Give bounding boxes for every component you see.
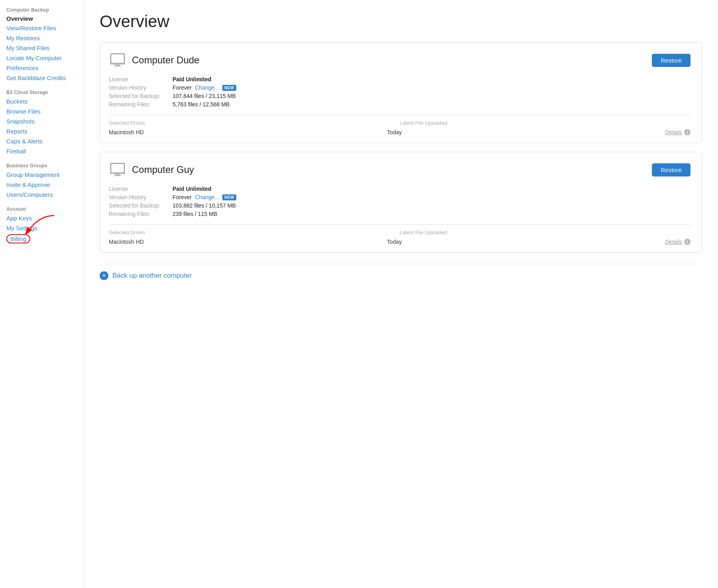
license-label-guy: License [109, 186, 173, 192]
remaining-value-guy: 239 files / 115 MB [173, 211, 691, 217]
svg-rect-4 [114, 66, 122, 67]
sidebar-item-reports[interactable]: Reports [6, 127, 77, 135]
computer-icon-guy [109, 161, 126, 178]
drives-header-guy: Selected Drives Latest File Uploaded [109, 229, 691, 235]
license-label-dude: License [109, 76, 173, 82]
drive-name-dude: Macintosh HD [109, 129, 387, 135]
details-link-guy[interactable]: Details [665, 239, 682, 245]
drive-uploaded-dude: Today [387, 129, 665, 135]
remaining-label-dude: Remaining Files: [109, 101, 173, 108]
card-title-guy: Computer Guy [132, 164, 194, 175]
card-details-guy: License Paid Unlimited Version History F… [109, 186, 691, 217]
drives-row-guy: Macintosh HD Today Details i [109, 239, 691, 245]
backup-label-guy: Selected for Backup: [109, 202, 173, 209]
svg-rect-5 [111, 163, 124, 173]
svg-rect-8 [114, 175, 122, 176]
sidebar-item-my-shared-files[interactable]: My Shared Files [6, 44, 77, 52]
sidebar-item-billing[interactable]: Billing [6, 234, 30, 243]
drive-uploaded-guy: Today [387, 239, 665, 245]
card-header-guy: Computer Guy Restore [109, 161, 691, 178]
remaining-value-dude: 5,763 files / 12,568 MB [173, 101, 691, 108]
sidebar-item-settings[interactable]: My Settings [6, 224, 77, 232]
version-forever-dude: Forever [173, 84, 192, 91]
drives-section-dude: Selected Drives Latest File Uploaded Mac… [109, 115, 691, 135]
backup-another-section: + Back up another computer [100, 264, 702, 280]
card-details-dude: License Paid Unlimited Version History F… [109, 76, 691, 108]
sidebar-item-browse[interactable]: Browse Files [6, 108, 77, 115]
license-value-dude: Paid Unlimited [173, 76, 691, 82]
drive-name-guy: Macintosh HD [109, 239, 387, 245]
new-badge-guy: NEW [222, 194, 236, 200]
info-icon-dude[interactable]: i [684, 129, 691, 135]
details-link-dude[interactable]: Details [665, 129, 682, 135]
restore-button-guy[interactable]: Restore [652, 163, 691, 176]
billing-annotation: Billing [6, 234, 77, 243]
svg-rect-3 [115, 65, 120, 66]
drives-header-right-guy: Latest File Uploaded [400, 229, 691, 235]
backup-another-link[interactable]: Back up another computer [112, 272, 192, 280]
sidebar-item-appkeys[interactable]: App Keys [6, 214, 77, 222]
card-header-dude: Computer Dude Restore [109, 51, 691, 69]
card-title-dude: Computer Dude [132, 55, 199, 66]
new-badge-dude: NEW [222, 85, 236, 91]
drives-header-left-guy: Selected Drives [109, 229, 400, 235]
drives-row-dude: Macintosh HD Today Details i [109, 129, 691, 135]
drives-header-right-dude: Latest File Uploaded [400, 120, 691, 126]
sidebar-section-business: Business Groups [6, 163, 77, 169]
license-value-guy: Paid Unlimited [173, 186, 691, 192]
sidebar-item-caps[interactable]: Caps & Alerts [6, 137, 77, 145]
restore-button-dude[interactable]: Restore [652, 54, 691, 67]
drive-details-guy: Details i [665, 239, 691, 245]
sidebar-section-computer-backup: Computer Backup [6, 7, 77, 13]
svg-rect-1 [111, 54, 124, 63]
version-forever-guy: Forever [173, 194, 192, 200]
version-label-guy: Version History [109, 194, 173, 200]
computer-card-dude: Computer Dude Restore License Paid Unlim… [100, 42, 702, 143]
sidebar-item-preferences[interactable]: Preferences [6, 64, 77, 72]
sidebar-item-users[interactable]: Users/Computers [6, 191, 77, 198]
sidebar-item-locate[interactable]: Locate My Computer [6, 54, 77, 62]
backup-value-guy: 103,882 files / 10,157 MB [173, 202, 691, 209]
sidebar-item-overview: Overview [6, 15, 77, 22]
card-title-row-guy: Computer Guy [109, 161, 194, 178]
sidebar-item-credits[interactable]: Get Backblaze Credits [6, 74, 77, 82]
sidebar-section-b2: B2 Cloud Storage [6, 90, 77, 95]
version-label-dude: Version History [109, 84, 173, 91]
sidebar-item-group[interactable]: Group Management [6, 171, 77, 178]
version-value-row-dude: Forever Change... NEW [173, 84, 691, 91]
sidebar-item-view-restore[interactable]: View/Restore Files [6, 24, 77, 32]
info-icon-guy[interactable]: i [684, 239, 691, 245]
computer-card-guy: Computer Guy Restore License Paid Unlimi… [100, 152, 702, 253]
change-link-guy[interactable]: Change... [195, 194, 219, 200]
change-link-dude[interactable]: Change... [195, 84, 219, 91]
sidebar-item-buckets[interactable]: Buckets [6, 98, 77, 105]
version-value-row-guy: Forever Change... NEW [173, 194, 691, 200]
computer-icon-dude [109, 51, 126, 69]
backup-label-dude: Selected for Backup: [109, 93, 173, 99]
main-content: Overview Computer Dude Restore License P… [84, 0, 718, 588]
drives-header-left-dude: Selected Drives [109, 120, 400, 126]
sidebar: Computer Backup Overview View/Restore Fi… [0, 0, 84, 588]
sidebar-item-snapshots[interactable]: Snapshots [6, 118, 77, 125]
sidebar-item-fireball[interactable]: Fireball [6, 147, 77, 155]
drive-details-dude: Details i [665, 129, 691, 135]
drives-section-guy: Selected Drives Latest File Uploaded Mac… [109, 224, 691, 245]
plus-icon[interactable]: + [100, 271, 108, 280]
backup-value-dude: 107,644 files / 23,115 MB [173, 93, 691, 99]
sidebar-item-my-restores[interactable]: My Restores [6, 34, 77, 42]
drives-header-dude: Selected Drives Latest File Uploaded [109, 120, 691, 126]
remaining-label-guy: Remaining Files: [109, 211, 173, 217]
page-title: Overview [100, 12, 702, 31]
card-title-row-dude: Computer Dude [109, 51, 199, 69]
sidebar-item-invite[interactable]: Invite & Approve [6, 181, 77, 188]
svg-rect-7 [115, 174, 120, 175]
svg-rect-6 [110, 173, 125, 174]
sidebar-section-account: Account [6, 206, 77, 212]
svg-rect-2 [110, 63, 125, 65]
